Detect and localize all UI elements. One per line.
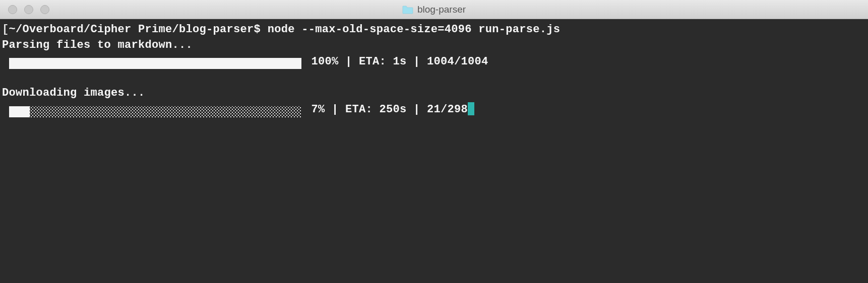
task1-label: Parsing files to markdown... [2,38,866,53]
command-text: node --max-old-space-size=4096 run-parse… [268,23,561,36]
window-title-bar: blog-parser [0,0,868,19]
close-button[interactable] [8,5,17,14]
window-title: blog-parser [402,4,466,15]
maximize-button[interactable] [40,5,49,14]
task2-progress: 7% | ETA: 250s | 21/298 [2,102,866,118]
task1-progress-text: 100% | ETA: 1s | 1004/1004 [304,54,488,70]
task2-label: Downloading images... [2,86,866,101]
prompt-char: $ [254,23,261,36]
command-line: [~/Overboard/Cipher Prime/blog-parser$ n… [2,22,866,38]
task1-progress-bar [9,56,301,67]
traffic-lights [0,5,49,14]
task1-progress: 100% | ETA: 1s | 1004/1004 [2,54,866,70]
terminal-cursor [468,102,474,115]
minimize-button[interactable] [24,5,33,14]
prompt-path: ~/Overboard/Cipher Prime/blog-parser [9,23,254,36]
task2-progress-text: 7% | ETA: 250s | 21/298 [304,102,474,118]
folder-icon [402,5,413,14]
window-title-text: blog-parser [417,4,466,15]
task2-progress-bar [9,105,301,116]
terminal-content[interactable]: [~/Overboard/Cipher Prime/blog-parser$ n… [0,19,868,121]
